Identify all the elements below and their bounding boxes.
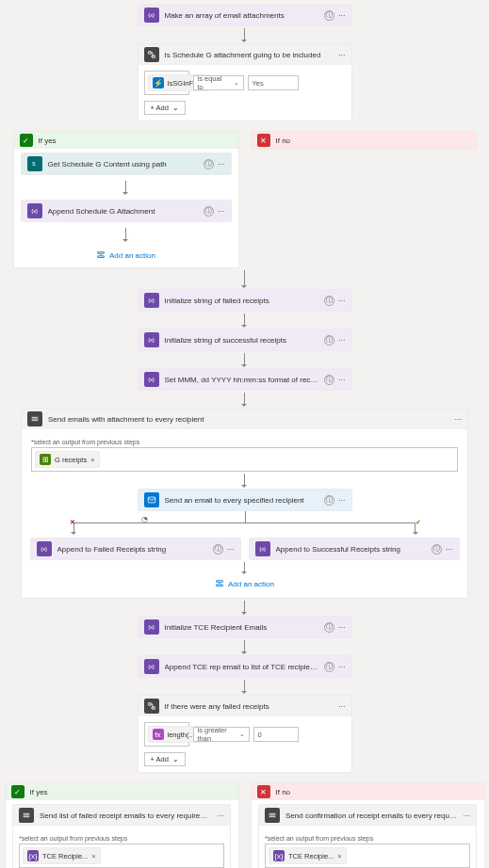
info-icon[interactable]: ⓘ xyxy=(324,622,334,633)
connector-arrow xyxy=(244,601,245,614)
variable-icon: {x} xyxy=(37,541,52,556)
check-icon: ✓ xyxy=(20,134,33,147)
condition-right-operand[interactable]: 0 xyxy=(253,727,299,742)
svg-text:{x}: {x} xyxy=(148,664,155,669)
more-icon[interactable]: ··· xyxy=(338,335,346,345)
more-icon[interactable]: ··· xyxy=(338,296,346,305)
svg-text:{x}: {x} xyxy=(31,208,38,214)
yes-label: If yes xyxy=(30,788,48,796)
info-icon[interactable]: ⓘ xyxy=(324,10,334,21)
remove-token-icon[interactable]: × xyxy=(337,852,341,860)
branch-connector: ✕ ✓ ◔ xyxy=(31,511,458,538)
add-condition-row-button[interactable]: + Add⌄ xyxy=(144,752,186,766)
condition-icon xyxy=(144,699,159,714)
condition-right-operand[interactable]: Yes xyxy=(248,75,299,90)
info-icon[interactable]: ⓘ xyxy=(324,375,334,385)
condition-operator[interactable]: is greater than⌄ xyxy=(193,727,250,742)
fail-path-icon: ✕ xyxy=(70,519,75,526)
foreach-send-emails[interactable]: Send emails with attachment to every rec… xyxy=(21,408,468,599)
info-icon[interactable]: ⓘ xyxy=(324,296,334,306)
more-icon[interactable]: ··· xyxy=(227,544,235,554)
no-branch: ✕ If no xyxy=(251,131,477,150)
yes-label: If yes xyxy=(39,137,57,145)
svg-text:{x}: {x} xyxy=(148,624,155,630)
more-icon[interactable]: ··· xyxy=(338,375,346,384)
more-icon[interactable]: ··· xyxy=(446,544,453,554)
info-icon[interactable]: ⓘ xyxy=(204,159,214,169)
foreach-confirm-tce[interactable]: Send confirmation of receipt emails to e… xyxy=(258,804,477,868)
more-icon[interactable]: ··· xyxy=(218,206,225,216)
action-append-schedule-g[interactable]: {x} Append Schedule G Attachment ⓘ··· xyxy=(21,200,232,222)
select-output-input[interactable]: {x}TCE Recipie...× xyxy=(19,844,224,868)
sharepoint-icon: S xyxy=(27,156,42,171)
connector-arrow xyxy=(244,680,245,693)
condition-left-operand[interactable]: ⚡IsSGInFor... xyxy=(144,71,189,95)
connector-arrow xyxy=(244,640,245,653)
outlook-icon xyxy=(144,492,159,507)
no-branch-2: ✕ If no Send confirmation of receipt ema… xyxy=(251,782,485,868)
variable-icon: {x} xyxy=(144,659,159,674)
add-action-link[interactable]: Add an action xyxy=(96,250,155,260)
condition-operator[interactable]: is equal to⌄ xyxy=(193,75,244,90)
info-icon[interactable]: ⓘ xyxy=(204,206,214,217)
action-send-email[interactable]: Send an email to every specified recipie… xyxy=(138,489,352,511)
variable-token-icon: {x} xyxy=(27,850,39,861)
more-icon[interactable]: ··· xyxy=(463,811,470,820)
no-label: If no xyxy=(276,788,291,796)
action-make-array[interactable]: {x} Make an array of email attachments ⓘ… xyxy=(138,4,352,26)
info-icon[interactable]: ⓘ xyxy=(213,544,223,555)
variable-icon: {x} xyxy=(144,372,159,387)
action-append-success[interactable]: {x} Append to Successful Receipts string… xyxy=(249,538,460,560)
action-get-schedule-g[interactable]: S Get Schedule G Content using path ⓘ··· xyxy=(21,153,232,175)
info-icon[interactable]: ⓘ xyxy=(432,544,442,555)
svg-text:{x}: {x} xyxy=(148,337,155,343)
connector-arrow xyxy=(244,353,245,366)
foreach-failed-tce[interactable]: Send list of failed receipt emails to ev… xyxy=(12,804,231,868)
action-title: Make an array of email attachments xyxy=(165,11,318,20)
foreach-icon xyxy=(265,808,280,823)
action-init-success[interactable]: {x} Initialize string of successful rece… xyxy=(138,329,352,351)
more-icon[interactable]: ··· xyxy=(338,10,346,20)
svg-text:{x}: {x} xyxy=(148,297,155,303)
add-action-link[interactable]: Add an action xyxy=(215,579,274,588)
connector-arrow xyxy=(244,562,245,573)
variable-icon: {x} xyxy=(144,332,159,347)
svg-text:{x}: {x} xyxy=(259,546,266,552)
select-output-input[interactable]: {x}TCE Recipie...× xyxy=(265,844,470,868)
action-set-format[interactable]: {x} Set MMM, dd YYYY hh:mm:ss format of … xyxy=(138,368,352,391)
action-append-tce[interactable]: {x} Append TCE rep email to list of TCE … xyxy=(138,655,352,678)
more-icon[interactable]: ··· xyxy=(338,495,346,505)
condition-title: Is Schedule G attachment going to be inc… xyxy=(165,51,333,59)
info-icon[interactable]: ⓘ xyxy=(324,495,334,506)
more-icon[interactable]: ··· xyxy=(338,622,346,632)
info-icon[interactable]: ⓘ xyxy=(324,335,334,346)
select-output-input[interactable]: ⊞G receipts× xyxy=(31,447,458,472)
dynamic-content-icon: ⚡ xyxy=(153,77,164,88)
svg-text:S: S xyxy=(32,161,36,167)
variable-icon: {x} xyxy=(27,203,42,218)
condition-schedule-g[interactable]: Is Schedule G attachment going to be inc… xyxy=(138,43,352,121)
connector-arrow xyxy=(244,474,245,487)
more-icon[interactable]: ··· xyxy=(338,662,346,671)
expression-icon: fx xyxy=(153,729,164,740)
variable-icon: {x} xyxy=(144,8,159,23)
add-condition-row-button[interactable]: + Add⌄ xyxy=(144,101,186,115)
info-icon[interactable]: ⓘ xyxy=(324,662,334,672)
more-icon[interactable]: ··· xyxy=(338,701,346,711)
remove-token-icon[interactable]: × xyxy=(91,852,95,860)
more-icon[interactable]: ··· xyxy=(338,50,346,59)
foreach-icon xyxy=(19,808,34,823)
more-icon[interactable]: ··· xyxy=(218,159,225,169)
svg-text:{x}: {x} xyxy=(41,546,47,552)
connector-arrow xyxy=(244,393,245,406)
action-init-failed[interactable]: {x} Initialize string of failed receipts… xyxy=(138,289,352,312)
more-icon[interactable]: ··· xyxy=(217,811,224,820)
condition-failed-receipts[interactable]: If there were any failed receipts ··· fx… xyxy=(138,695,352,773)
condition-left-operand[interactable]: fxlength(...)× xyxy=(144,722,189,747)
more-icon[interactable]: ··· xyxy=(454,414,462,424)
connector-arrow xyxy=(244,270,245,287)
remove-token-icon[interactable]: × xyxy=(90,456,94,464)
svg-text:{x}: {x} xyxy=(148,12,155,18)
action-init-tce[interactable]: {x} Initialize TCE Recipient Emails ⓘ··· xyxy=(138,616,352,638)
action-append-failed[interactable]: {x} Append to Failed Receipts string ⓘ··… xyxy=(30,538,241,560)
